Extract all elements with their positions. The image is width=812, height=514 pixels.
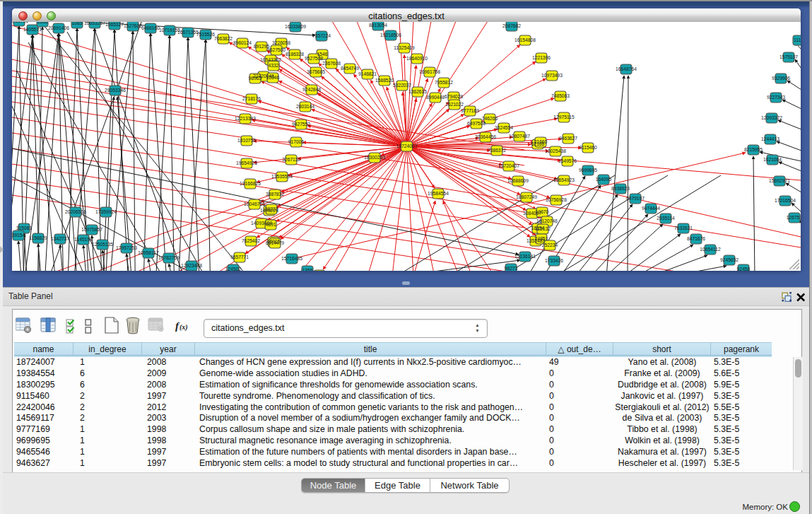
svg-text:15720407: 15720407 — [498, 163, 519, 168]
svg-text:16671355: 16671355 — [177, 30, 199, 35]
svg-text:9427552: 9427552 — [292, 122, 310, 127]
svg-text:3675685: 3675685 — [307, 69, 325, 74]
svg-text:16033809: 16033809 — [285, 24, 306, 29]
svg-text:8454749: 8454749 — [341, 66, 359, 71]
svg-text:1244413: 1244413 — [761, 136, 779, 141]
svg-text:7625402: 7625402 — [242, 238, 260, 243]
svg-text:1065: 1065 — [72, 22, 83, 25]
svg-text:12093372: 12093372 — [761, 115, 782, 120]
svg-text:19218506: 19218506 — [380, 33, 401, 37]
svg-text:16120746: 16120746 — [536, 218, 558, 223]
svg-text:4332: 4332 — [269, 63, 279, 68]
svg-text:7485063: 7485063 — [551, 93, 570, 98]
svg-text:9115460: 9115460 — [579, 145, 597, 150]
svg-text:252234: 252234 — [542, 243, 558, 247]
svg-text:7357224: 7357224 — [312, 33, 331, 38]
svg-text:8990448: 8990448 — [426, 95, 445, 100]
svg-text:38222: 38222 — [265, 206, 278, 211]
svg-text:9245652: 9245652 — [720, 257, 739, 262]
svg-text:1362615: 1362615 — [408, 89, 427, 94]
svg-text:18724007: 18724007 — [396, 144, 418, 148]
svg-text:7386372: 7386372 — [488, 148, 506, 153]
svg-text:126753: 126753 — [787, 215, 801, 220]
svg-text:4891: 4891 — [266, 222, 276, 227]
svg-text:315061: 315061 — [16, 226, 33, 230]
svg-text:(x): (x) — [180, 323, 188, 332]
svg-text:1156829: 1156829 — [29, 235, 47, 240]
svg-text:1575107: 1575107 — [779, 54, 798, 59]
svg-text:1588520: 1588520 — [375, 78, 394, 83]
svg-text:1145194: 1145194 — [74, 237, 93, 242]
svg-text:2935114: 2935114 — [657, 216, 675, 221]
svg-text:3887832: 3887832 — [266, 192, 284, 197]
svg-text:8938923: 8938923 — [611, 186, 630, 191]
svg-text:7663822: 7663822 — [214, 36, 233, 41]
svg-text:16961758: 16961758 — [419, 69, 440, 74]
svg-text:98273: 98273 — [505, 266, 518, 271]
svg-text:20206516: 20206516 — [65, 209, 86, 214]
svg-text:2803144: 2803144 — [296, 104, 314, 109]
svg-text:21660: 21660 — [534, 139, 548, 144]
svg-text:1338: 1338 — [37, 22, 48, 24]
svg-text:19584554: 19584554 — [428, 191, 449, 196]
svg-text:2087682: 2087682 — [502, 23, 521, 28]
svg-text:16543362: 16543362 — [260, 57, 281, 62]
svg-text:8471676: 8471676 — [687, 236, 705, 241]
svg-text:10046: 10046 — [266, 75, 280, 80]
svg-text:18807249: 18807249 — [516, 194, 537, 199]
svg-text:15716485: 15716485 — [281, 256, 302, 261]
svg-text:9777169: 9777169 — [461, 108, 479, 113]
svg-text:115132: 115132 — [535, 226, 551, 231]
svg-text:17359924: 17359924 — [95, 209, 117, 214]
svg-text:10653267: 10653267 — [84, 22, 105, 25]
svg-text:1112: 1112 — [794, 37, 801, 42]
svg-text:10025438: 10025438 — [545, 148, 566, 153]
svg-text:1733426: 1733426 — [545, 258, 563, 263]
svg-text:1065327: 1065327 — [105, 22, 124, 27]
svg-text:9657771: 9657771 — [230, 255, 249, 259]
svg-text:9627500: 9627500 — [267, 47, 286, 52]
svg-text:1405571: 1405571 — [23, 27, 42, 32]
svg-text:1342737: 1342737 — [51, 236, 69, 241]
svg-text:746266: 746266 — [482, 116, 498, 121]
svg-text:9699695: 9699695 — [579, 168, 597, 173]
svg-text:10670: 10670 — [536, 209, 549, 214]
svg-text:9242848: 9242848 — [302, 87, 321, 92]
svg-text:9227343: 9227343 — [767, 95, 785, 100]
svg-text:24851: 24851 — [535, 236, 548, 241]
svg-text:98965: 98965 — [249, 76, 262, 81]
svg-text:19654925: 19654925 — [236, 160, 257, 165]
svg-text:17016504: 17016504 — [775, 198, 796, 203]
svg-text:9474444: 9474444 — [642, 206, 660, 211]
svg-text:10975857: 10975857 — [81, 227, 102, 232]
svg-text:7955812: 7955812 — [435, 80, 453, 85]
svg-text:5322037: 5322037 — [393, 83, 411, 88]
svg-text:2367608: 2367608 — [322, 61, 341, 66]
svg-text:1549576: 1549576 — [558, 158, 577, 163]
svg-text:15136141: 15136141 — [514, 254, 536, 259]
svg-text:18300293: 18300293 — [364, 155, 385, 160]
svg-text:3267110: 3267110 — [282, 157, 300, 162]
svg-text:10807487: 10807487 — [509, 134, 530, 139]
svg-text:92456: 92456 — [737, 267, 751, 271]
svg-text:17957253: 17957253 — [116, 245, 137, 250]
svg-text:7515526: 7515526 — [196, 32, 215, 37]
svg-text:12923448: 12923448 — [181, 263, 202, 268]
svg-text:10046756: 10046756 — [244, 201, 265, 206]
svg-text:10756928: 10756928 — [546, 197, 567, 202]
svg-text:164095: 164095 — [596, 177, 612, 182]
svg-text:6794028: 6794028 — [445, 94, 463, 99]
svg-text:2055721: 2055721 — [12, 22, 28, 23]
svg-text:6466160: 6466160 — [141, 25, 160, 30]
svg-text:917006: 917006 — [288, 139, 305, 144]
svg-text:19654923: 19654923 — [553, 177, 575, 182]
svg-text:12213383: 12213383 — [235, 116, 256, 121]
svg-text:1355: 1355 — [302, 268, 313, 271]
svg-text:6479197: 6479197 — [626, 196, 645, 201]
svg-text:1810755: 1810755 — [237, 138, 256, 143]
svg-text:18640910: 18640910 — [406, 56, 428, 61]
svg-text:9527508: 9527508 — [305, 56, 323, 61]
svg-text:124502: 124502 — [225, 267, 242, 271]
svg-text:1527602: 1527602 — [124, 23, 142, 28]
svg-text:3624554: 3624554 — [495, 125, 513, 130]
